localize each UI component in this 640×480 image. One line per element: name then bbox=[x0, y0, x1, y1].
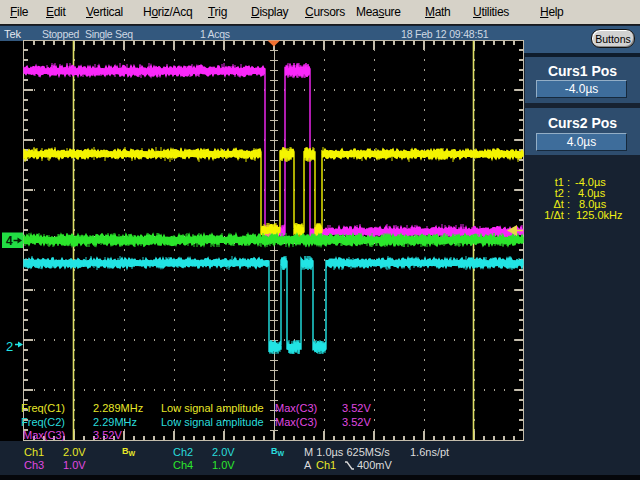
svg-text:4: 4 bbox=[6, 234, 13, 248]
svg-text:2: 2 bbox=[6, 339, 13, 354]
